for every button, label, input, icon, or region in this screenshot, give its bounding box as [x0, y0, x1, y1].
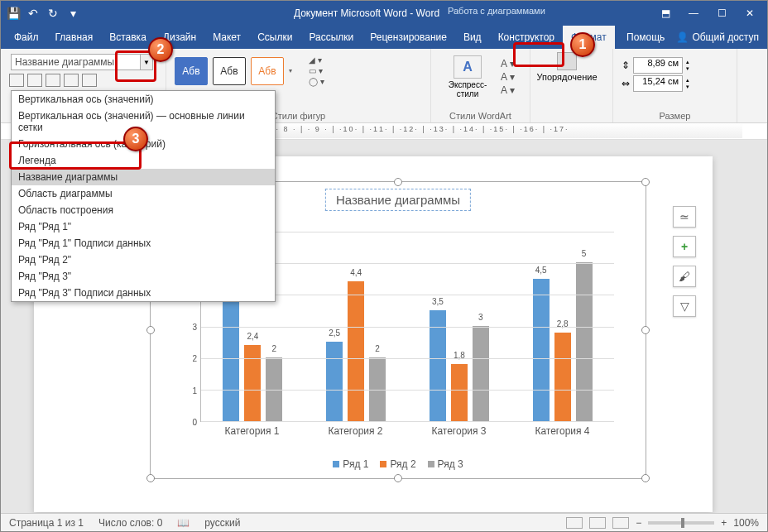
view-read-mode[interactable]	[566, 517, 583, 529]
zoom-in-button[interactable]: +	[721, 517, 727, 529]
dropdown-item[interactable]: Ряд "Ряд 1"	[12, 218, 275, 235]
status-bar: Страница 1 из 1 Число слов: 0 📖 русский …	[1, 513, 767, 531]
title-bar: 💾 ↶ ↻ ▾ Документ Microsoft Word - Word ⬒…	[1, 1, 767, 26]
insert-shapes-gallery[interactable]	[9, 74, 157, 87]
qat-dropdown-icon[interactable]: ▾	[65, 6, 80, 21]
share-icon: 👤	[676, 31, 689, 43]
wordart-quick-styles[interactable]: A Экспресс- стили	[439, 55, 496, 98]
shape-outline-button[interactable]: ▭ ▾	[309, 66, 324, 75]
share-label: Общий доступ	[692, 31, 759, 43]
shape-style-3[interactable]: Абв	[251, 57, 284, 85]
maximize-icon[interactable]: ☐	[709, 5, 734, 22]
height-input[interactable]: 8,89 см	[633, 57, 683, 74]
ribbon-tabs: Файл Главная Вставка Дизайн Макет Ссылки…	[1, 26, 767, 49]
chart-title[interactable]: Название диаграммы	[325, 189, 471, 211]
minimize-icon[interactable]: —	[681, 5, 706, 22]
zoom-slider[interactable]	[648, 521, 714, 525]
tab-layout[interactable]: Макет	[204, 26, 249, 49]
dropdown-item[interactable]: Название диаграммы	[12, 169, 275, 185]
chart-element-selector[interactable]: Название диаграммы	[11, 54, 142, 70]
chart-filters-button[interactable]: ▽	[673, 295, 696, 317]
tab-help[interactable]: Помощь	[622, 31, 670, 43]
width-input[interactable]: 15,24 см	[633, 75, 683, 92]
save-icon[interactable]: 💾	[6, 6, 21, 21]
shape-styles-more-icon[interactable]: ▾	[289, 67, 300, 74]
shape-style-1[interactable]: Абв	[175, 57, 208, 85]
tab-view[interactable]: Вид	[455, 26, 490, 49]
dropdown-item[interactable]: Ряд "Ряд 3" Подписи данных	[12, 285, 275, 301]
dropdown-item[interactable]: Область построения	[12, 202, 275, 218]
chart-element-dropdown[interactable]: Вертикальная ось (значений)Вертикальная …	[11, 90, 276, 302]
tab-references[interactable]: Ссылки	[249, 26, 300, 49]
chart-elements-button[interactable]: ≃	[673, 206, 696, 228]
close-icon[interactable]: ✕	[737, 5, 762, 22]
context-tab-title: Работа с диаграммами	[448, 6, 545, 16]
ribbon-options-icon[interactable]: ⬒	[653, 5, 678, 22]
tab-file[interactable]: Файл	[6, 26, 47, 49]
width-icon: ⇔	[622, 78, 630, 89]
text-effects-button[interactable]: A ▾	[501, 84, 515, 96]
view-print-layout[interactable]	[589, 517, 606, 529]
chart-legend[interactable]: Ряд 1Ряд 2Ряд 3	[151, 458, 646, 470]
tab-home[interactable]: Главная	[47, 26, 102, 49]
tab-chart-design[interactable]: Конструктор	[490, 26, 563, 49]
shape-effects-button[interactable]: ◯ ▾	[309, 77, 324, 86]
window-title: Документ Microsoft Word - Word	[80, 7, 653, 19]
callout-1: 1	[570, 32, 595, 57]
chart-add-element-button[interactable]: +	[673, 236, 696, 257]
share-button[interactable]: 👤 Общий доступ	[676, 31, 759, 43]
group-label-wordart: Стили WordArt	[439, 111, 521, 121]
dropdown-item[interactable]: Ряд "Ряд 2"	[12, 252, 275, 268]
status-proofing-icon[interactable]: 📖	[177, 517, 190, 529]
view-web-layout[interactable]	[612, 517, 629, 529]
text-outline-button[interactable]: A ▾	[501, 71, 515, 83]
undo-icon[interactable]: ↶	[26, 6, 41, 21]
text-fill-button[interactable]: A ▾	[501, 58, 515, 69]
status-page[interactable]: Страница 1 из 1	[9, 517, 84, 529]
dropdown-item[interactable]: Легенда	[12, 152, 275, 169]
group-label-size: Размер	[622, 111, 728, 121]
dropdown-item[interactable]: Ряд "Ряд 1" Подписи данных	[12, 235, 275, 252]
dropdown-item[interactable]: Вертикальная ось (значений)	[12, 91, 275, 108]
chart-styles-button[interactable]: 🖌	[673, 266, 696, 287]
height-icon: ⇕	[622, 60, 630, 71]
tab-mailings[interactable]: Рассылки	[300, 26, 362, 49]
shape-fill-button[interactable]: ◢ ▾	[309, 55, 324, 65]
tab-insert[interactable]: Вставка	[101, 26, 155, 49]
arrange-button[interactable]: Упорядочение	[539, 52, 595, 82]
status-words[interactable]: Число слов: 0	[98, 517, 162, 529]
dropdown-item[interactable]: Ряд "Ряд 3"	[12, 268, 275, 285]
callout-2: 2	[148, 37, 173, 62]
callout-3: 3	[123, 127, 148, 151]
dropdown-item[interactable]: Область диаграммы	[12, 185, 275, 202]
redo-icon[interactable]: ↻	[46, 6, 60, 21]
status-language[interactable]: русский	[204, 517, 240, 529]
tab-review[interactable]: Рецензирование	[362, 26, 455, 49]
shape-style-2[interactable]: Абв	[213, 57, 246, 85]
zoom-out-button[interactable]: −	[636, 517, 641, 529]
zoom-level[interactable]: 100%	[733, 517, 759, 529]
